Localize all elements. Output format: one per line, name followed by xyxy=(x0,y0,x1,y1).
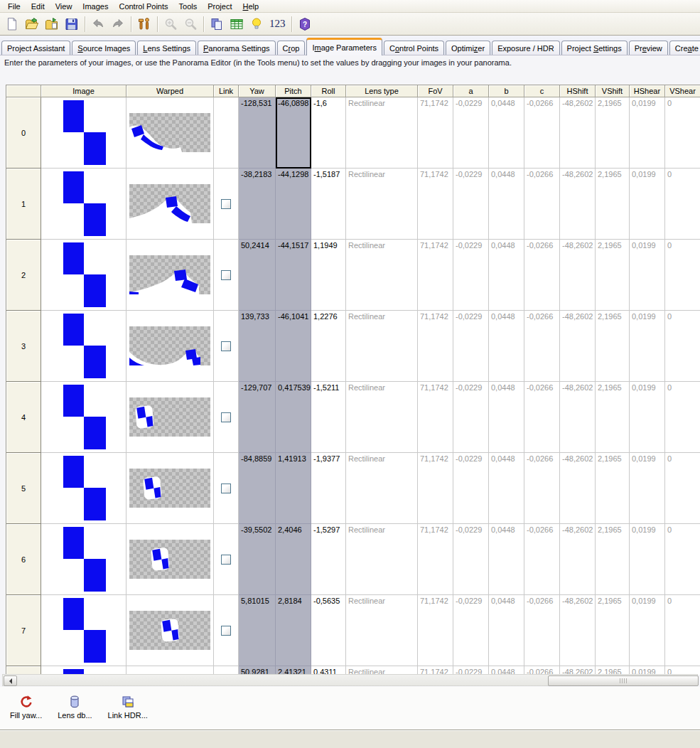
cell-vshear[interactable]: 0 xyxy=(665,169,700,240)
cell-a[interactable]: -0,0229 xyxy=(453,169,489,240)
link-checkbox[interactable] xyxy=(221,555,231,565)
cell-roll[interactable]: -1,5297 xyxy=(311,524,346,595)
tab-crop[interactable]: Crop xyxy=(277,41,306,55)
column-header-warped[interactable]: Warped xyxy=(126,85,214,97)
cell-vshift[interactable]: 2,1965 xyxy=(596,240,630,311)
column-header-b[interactable]: b xyxy=(489,85,524,97)
cell-vshift[interactable]: 2,1965 xyxy=(596,595,630,666)
cell-link[interactable] xyxy=(214,311,239,382)
cell-c[interactable]: -0,0266 xyxy=(524,97,560,169)
cell-c[interactable]: -0,0266 xyxy=(524,240,560,311)
cell-hshift[interactable]: -48,2602 xyxy=(560,453,596,524)
column-header-lens-type[interactable]: Lens type xyxy=(346,85,418,97)
cell-b[interactable]: 0,0448 xyxy=(489,169,524,240)
row-header[interactable]: 7 xyxy=(6,595,41,666)
column-header-hshift[interactable]: HShift xyxy=(560,85,596,97)
tab-panorama-settings[interactable]: Panorama Settings xyxy=(198,41,276,55)
cell-warped[interactable] xyxy=(126,382,214,453)
cell-fov[interactable]: 71,1742 xyxy=(418,595,453,666)
cell-warped[interactable] xyxy=(126,453,214,524)
cell-vshear[interactable]: 0 xyxy=(665,524,700,595)
cell-yaw[interactable]: 139,733 xyxy=(239,311,276,382)
cell-hshear[interactable]: 0,0199 xyxy=(630,311,665,382)
column-header-roll[interactable]: Roll xyxy=(311,85,346,97)
cell-warped[interactable] xyxy=(126,524,214,595)
cell-vshift[interactable]: 2,1965 xyxy=(596,524,630,595)
cell-hshear[interactable]: 0,0199 xyxy=(630,97,665,169)
tab-image-parameters[interactable]: Image Parameters xyxy=(306,38,382,55)
toolbar-zoom-out-button[interactable] xyxy=(181,15,200,33)
cell-pitch[interactable]: 0,417539 xyxy=(276,382,311,453)
menu-project[interactable]: Project xyxy=(203,1,237,11)
cell-image[interactable] xyxy=(41,524,126,595)
cell-yaw[interactable]: -128,531 xyxy=(239,97,276,169)
cell-link[interactable] xyxy=(214,453,239,524)
cell-image[interactable] xyxy=(41,595,126,666)
toolbar-num-transform-button[interactable]: 123 xyxy=(267,15,288,33)
menu-images[interactable]: Images xyxy=(77,1,114,11)
scrollbar-thumb[interactable] xyxy=(548,675,699,686)
toolbar-zoom-in-button[interactable] xyxy=(161,15,180,33)
cell-hshear[interactable]: 0,0199 xyxy=(630,453,665,524)
cell-link[interactable] xyxy=(214,169,239,240)
cell-vshift[interactable]: 2,1965 xyxy=(596,169,630,240)
cell-image[interactable] xyxy=(41,240,126,311)
cell-image[interactable] xyxy=(41,382,126,453)
cell-lens_type[interactable]: Rectilinear xyxy=(346,240,418,311)
cell-link[interactable] xyxy=(214,382,239,453)
cell-fov[interactable]: 71,1742 xyxy=(418,97,453,169)
cell-link[interactable] xyxy=(214,524,239,595)
column-header-c[interactable]: c xyxy=(524,85,560,97)
cell-yaw[interactable]: 50,2414 xyxy=(239,240,276,311)
column-header-link[interactable]: Link xyxy=(214,85,239,97)
cell-pitch[interactable]: 2,4046 xyxy=(276,524,311,595)
menu-tools[interactable]: Tools xyxy=(174,1,203,11)
cell-b[interactable]: 0,0448 xyxy=(489,453,524,524)
cell-vshift[interactable]: 2,1965 xyxy=(596,453,630,524)
cell-roll[interactable]: -0,5635 xyxy=(311,595,346,666)
cell-b[interactable]: 0,0448 xyxy=(489,595,524,666)
toolbar-show-images-button[interactable] xyxy=(208,15,226,33)
cell-hshift[interactable]: -48,2602 xyxy=(560,311,596,382)
cell-fov[interactable]: 71,1742 xyxy=(418,453,453,524)
cell-lens_type[interactable]: Rectilinear xyxy=(346,595,418,666)
cell-yaw[interactable]: -84,8859 xyxy=(239,453,276,524)
cell-hshear[interactable]: 0,0199 xyxy=(630,240,665,311)
link-checkbox[interactable] xyxy=(221,199,231,209)
cell-pitch[interactable]: -46,1041 xyxy=(276,311,311,382)
cell-c[interactable]: -0,0266 xyxy=(524,595,560,666)
cell-vshift[interactable]: 2,1965 xyxy=(596,311,630,382)
cell-lens_type[interactable]: Rectilinear xyxy=(346,97,418,169)
toolbar-show-table-button[interactable] xyxy=(227,15,246,33)
column-header-image[interactable]: Image xyxy=(41,85,126,97)
cell-link[interactable] xyxy=(214,240,239,311)
toolbar-preferences-tools-button[interactable] xyxy=(135,15,154,33)
menu-edit[interactable]: Edit xyxy=(26,1,50,11)
cell-hshift[interactable]: -48,2602 xyxy=(560,169,596,240)
cell-fov[interactable]: 71,1742 xyxy=(418,169,453,240)
tab-exposure-hdr[interactable]: Exposure / HDR xyxy=(492,41,559,55)
cell-link[interactable] xyxy=(214,595,239,666)
menu-help[interactable]: Help xyxy=(237,1,264,11)
toolbar-undo-button[interactable] xyxy=(89,15,107,33)
cell-yaw[interactable]: -38,2183 xyxy=(239,169,276,240)
column-header-hshear[interactable]: HShear xyxy=(630,85,665,97)
menu-view[interactable]: View xyxy=(50,1,78,11)
column-header-a[interactable]: a xyxy=(453,85,489,97)
cell-roll[interactable]: 1,2276 xyxy=(311,311,346,382)
column-header-fov[interactable]: FoV xyxy=(418,85,453,97)
tab-lens-settings[interactable]: Lens Settings xyxy=(137,41,196,55)
row-header[interactable]: 1 xyxy=(6,169,41,240)
cell-roll[interactable]: -1,5211 xyxy=(311,382,346,453)
row-header[interactable]: 3 xyxy=(6,311,41,382)
column-header-corner[interactable] xyxy=(6,85,41,97)
cell-roll[interactable]: -1,9377 xyxy=(311,453,346,524)
cell-hshift[interactable]: -48,2602 xyxy=(560,595,596,666)
cell-vshear[interactable]: 0 xyxy=(665,240,700,311)
row-header[interactable]: 4 xyxy=(6,382,41,453)
fill-yaw-button[interactable]: Fill yaw... xyxy=(6,693,46,722)
cell-b[interactable]: 0,0448 xyxy=(489,97,524,169)
cell-lens_type[interactable]: Rectilinear xyxy=(346,453,418,524)
cell-hshear[interactable]: 0,0199 xyxy=(630,382,665,453)
tab-project-settings[interactable]: Project Settings xyxy=(561,41,628,55)
